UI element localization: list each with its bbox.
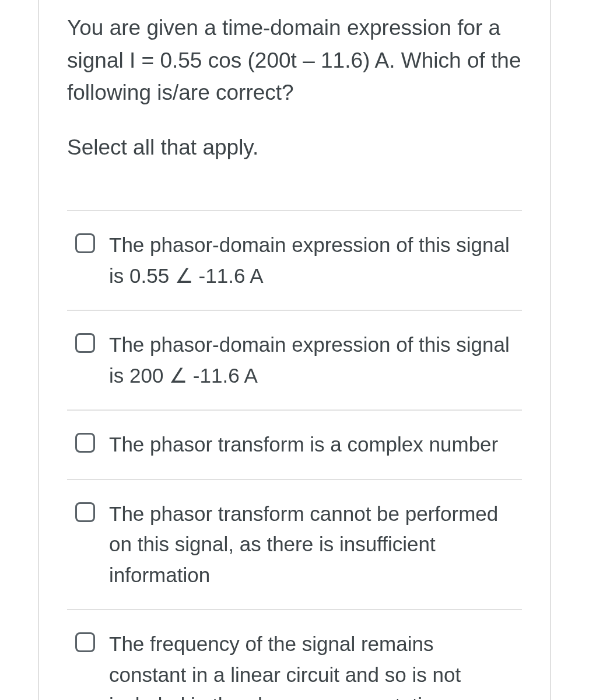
option-row[interactable]: The phasor transform is a complex number — [67, 410, 522, 479]
question-prompt: You are given a time-domain expression f… — [67, 12, 522, 109]
option-label: The frequency of the signal remains cons… — [109, 629, 516, 700]
checkbox-icon[interactable] — [75, 333, 95, 353]
option-row[interactable]: The phasor-domain expression of this sig… — [67, 210, 522, 310]
checkbox-icon[interactable] — [75, 433, 95, 453]
option-label: The phasor transform cannot be performed… — [109, 499, 516, 591]
options-list: The phasor-domain expression of this sig… — [67, 210, 522, 700]
question-card: You are given a time-domain expression f… — [38, 0, 551, 700]
checkbox-icon[interactable] — [75, 502, 95, 522]
option-row[interactable]: The frequency of the signal remains cons… — [67, 609, 522, 700]
option-label: The phasor-domain expression of this sig… — [109, 330, 516, 391]
checkbox-icon[interactable] — [75, 632, 95, 652]
option-row[interactable]: The phasor transform cannot be performed… — [67, 479, 522, 610]
option-label: The phasor-domain expression of this sig… — [109, 230, 516, 291]
option-row[interactable]: The phasor-domain expression of this sig… — [67, 310, 522, 410]
question-instruction: Select all that apply. — [67, 131, 522, 164]
option-label: The phasor transform is a complex number — [109, 429, 498, 460]
checkbox-icon[interactable] — [75, 233, 95, 253]
